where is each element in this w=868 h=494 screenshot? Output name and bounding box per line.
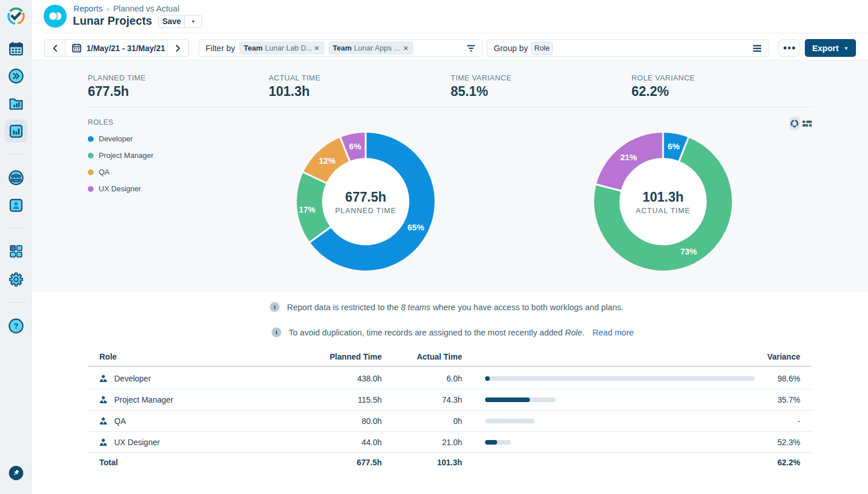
svg-text:101.3h: 101.3h [642, 190, 684, 204]
svg-text:65%: 65% [408, 223, 424, 232]
svg-text:677.5h: 677.5h [345, 190, 386, 204]
svg-text:73%: 73% [680, 247, 697, 256]
svg-text:17%: 17% [299, 205, 315, 214]
svg-text:6%: 6% [668, 142, 680, 151]
svg-text:?: ? [13, 322, 18, 330]
svg-text:6%: 6% [349, 142, 361, 151]
svg-text:12%: 12% [319, 156, 335, 165]
svg-text:PLANNED TIME: PLANNED TIME [335, 206, 396, 215]
svg-text:21%: 21% [620, 153, 637, 162]
svg-text:ACTUAL TIME: ACTUAL TIME [636, 206, 691, 215]
